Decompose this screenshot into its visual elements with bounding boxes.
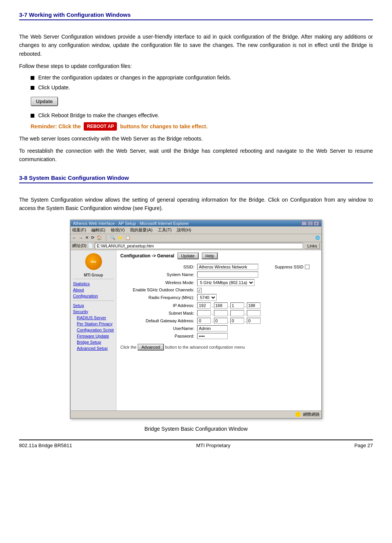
bullet-square-3 (31, 114, 34, 118)
subnet-row: Subnet Mask: . . . (120, 309, 317, 317)
subnet-octet-4[interactable] (247, 310, 261, 316)
section-37-para3: To reestablish the connection with the W… (19, 147, 373, 164)
suppress-ssid-row: Suppress SSID (275, 265, 316, 269)
advanced-button[interactable]: Advanced (138, 344, 164, 351)
advanced-prefix: Click the (120, 345, 136, 349)
enable-5ghz-label: Enable 5GHz Outdoor Channels: (120, 287, 196, 293)
ssid-label: SSID: (120, 263, 196, 271)
section-37-para1: The Web Server Configuration windows pro… (19, 32, 373, 58)
browser-titlebar: Atheros Web Interface - AP Setup - Micro… (71, 220, 321, 226)
suppress-ssid-checkbox[interactable] (305, 265, 309, 269)
config-help-button[interactable]: Help (202, 252, 218, 259)
gateway-row: Default Gateway Address: . . . (120, 317, 317, 325)
enable-5ghz-checkbox[interactable]: ✓ (197, 288, 202, 293)
browser-sidebar: mu MTI Group Statistics About Configurat… (71, 250, 117, 410)
address-input[interactable] (95, 243, 303, 249)
ssid-row: SSID: Suppress SSID (120, 263, 317, 271)
bullet-list-2: Click Reboot Bridge to make the changes … (31, 112, 373, 118)
follow-text: Follow these steps to update configurati… (19, 62, 373, 70)
gw-octet-1[interactable] (197, 318, 211, 324)
bullet-square-1 (31, 76, 34, 80)
system-name-row: System Name: (120, 271, 317, 278)
menu-edit[interactable]: 編輯(E) (91, 227, 105, 233)
footer-right: Page 27 (355, 443, 373, 448)
brand-label: MTI Group (73, 273, 114, 277)
sidebar-item-setup[interactable]: Setup (73, 302, 114, 309)
sidebar-item-config-script[interactable]: Configuration Script (73, 327, 114, 333)
gw-octet-2[interactable] (214, 318, 228, 324)
enable-5ghz-row: Enable 5GHz Outdoor Channels: ✓ (120, 287, 317, 293)
sidebar-item-statistics[interactable]: Statistics (73, 281, 114, 287)
sidebar-item-firmware-update[interactable]: Firmware Update (73, 333, 114, 339)
advanced-suffix: button to the advanced configuration men… (165, 345, 245, 349)
footer-left: 802.11a Bridge BR5811 (19, 443, 72, 448)
subnet-octet-2[interactable] (214, 310, 228, 316)
config-header: Configuration -> General Update Help (120, 252, 317, 259)
sidebar-item-per-station-privacy[interactable]: Per Station Privacy (73, 321, 114, 327)
ip-address-group: . . . (197, 302, 272, 309)
sidebar-item-advanced-setup[interactable]: Advanced Setup (73, 345, 114, 351)
subnet-label: Subnet Mask: (120, 309, 196, 317)
back-button[interactable]: ← (72, 236, 76, 240)
advanced-section: Click the Advanced button to the advance… (120, 344, 317, 351)
update-button-image: Update (31, 97, 58, 106)
password-row: Password: (120, 332, 317, 340)
system-name-input[interactable] (197, 272, 258, 278)
subnet-octet-3[interactable] (230, 310, 244, 316)
radio-freq-select[interactable]: 5740 (197, 294, 217, 301)
subnet-octet-1[interactable] (197, 310, 211, 316)
browser-menubar: 檔案(F) 編輯(E) 檢視(V) 我的最愛(A) 工具(T) 說明(H) (71, 226, 321, 234)
section-38-para1: The System Configuration window allows t… (19, 196, 373, 213)
gw-octet-4[interactable] (247, 318, 261, 324)
history-icon: 📋 (125, 235, 131, 240)
stop-button[interactable]: ✕ (85, 235, 89, 240)
maximize-button[interactable]: □ (308, 221, 313, 226)
section-38: 3-8 System Basic Configuration Window Th… (19, 175, 373, 432)
bullet-list: Enter the configuration updates or chang… (31, 74, 373, 90)
bullet-item-1: Enter the configuration updates or chang… (31, 74, 373, 81)
ip-octet-2[interactable] (214, 302, 228, 309)
username-input[interactable] (197, 325, 228, 331)
close-button[interactable]: × (314, 221, 319, 226)
ip-octet-1[interactable] (197, 302, 211, 309)
sidebar-item-configuration[interactable]: Configuration (73, 293, 114, 299)
status-icon (295, 412, 301, 417)
bullet-square-2 (31, 86, 34, 90)
ssid-input[interactable] (197, 264, 258, 270)
menu-help[interactable]: 說明(H) (177, 227, 191, 233)
bullet-item-2: Click Update. (31, 84, 373, 90)
sidebar-item-radius-server[interactable]: RADIUS Server (73, 315, 114, 321)
address-bar: 網址(D) 📄 Links (71, 242, 321, 250)
radio-freq-label: Radio Frequency (MHz): (120, 293, 196, 302)
config-title: Configuration -> General (120, 253, 174, 259)
reminder-suffix: buttons for changes to take effect. (120, 123, 207, 129)
sidebar-item-about[interactable]: About (73, 287, 114, 293)
refresh-button[interactable]: ⟳ (91, 235, 94, 240)
forward-button[interactable]: → (79, 236, 83, 240)
ip-octet-4[interactable] (247, 302, 261, 309)
status-internet: 網際網路 (303, 412, 320, 417)
config-update-button[interactable]: Update (177, 252, 198, 259)
sidebar-item-bridge-setup[interactable]: Bridge Setup (73, 339, 114, 345)
gateway-label: Default Gateway Address: (120, 317, 196, 325)
menu-view[interactable]: 檢視(V) (111, 227, 125, 233)
page-icon: 📄 (88, 243, 93, 248)
wireless-mode-label: Wireless Mode: (120, 278, 196, 287)
ip-label: IP Address: (120, 302, 196, 309)
ip-octet-3[interactable] (230, 302, 244, 309)
reminder-prefix: Reminder: Click the (31, 123, 81, 129)
logo-icon: mu (85, 253, 102, 270)
menu-favorites[interactable]: 我的最愛(A) (130, 227, 152, 233)
minimize-button[interactable]: _ (301, 221, 307, 226)
browser-title: Atheros Web Interface - AP Setup - Micro… (73, 221, 189, 226)
home-button[interactable]: 🏠 (97, 235, 102, 240)
password-input[interactable] (197, 333, 228, 339)
browser-window: Atheros Web Interface - AP Setup - Micro… (70, 220, 322, 419)
wireless-mode-select[interactable]: 5 GHz 54Mbps (802.11a) (197, 279, 254, 286)
menu-tools[interactable]: 工具(T) (158, 227, 172, 233)
menu-file[interactable]: 檔案(F) (72, 227, 86, 233)
gw-octet-3[interactable] (230, 318, 244, 324)
links-button[interactable]: Links (305, 243, 320, 249)
sidebar-item-security[interactable]: Security (73, 309, 114, 315)
status-right: 網際網路 (295, 412, 320, 417)
